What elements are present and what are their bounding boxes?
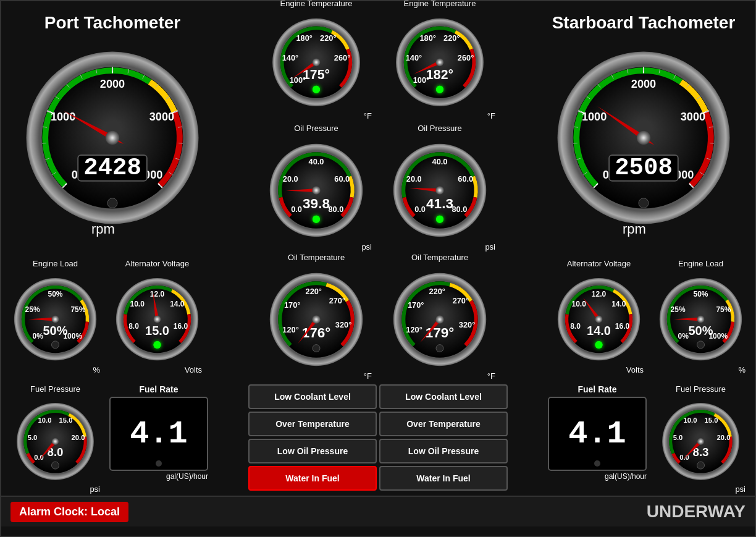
alert-grid-container: Low Coolant Level Low Coolant Level Over… <box>248 384 508 491</box>
dashboard: Port Tachometer rpm Engine Temperature °… <box>0 0 756 537</box>
alarm-badge: Alarm Clock: Local <box>10 502 128 522</box>
port-fuel-rate-wrapper: Fuel Rate 4.1 gal(US)/hour <box>109 384 208 481</box>
starboard-engine-temp-label: Engine Temperature <box>404 0 476 8</box>
starboard-alt-voltage-wrapper: Alternator Voltage Volts <box>551 259 647 374</box>
port-fuel-pressure-gauge <box>7 395 103 484</box>
starboard-tach-title: Starboard Tachometer <box>552 13 736 33</box>
starboard-oil-pressure-unit: psi <box>485 242 498 252</box>
starboard-fuel-rate-wrapper: Fuel Rate 4.1 gal(US)/hour <box>548 384 647 481</box>
port-oil-temp-label: Oil Temperature <box>288 253 345 262</box>
alert-grid: Low Coolant Level Low Coolant Level Over… <box>248 384 508 491</box>
starboard-water-fuel-btn[interactable]: Water In Fuel <box>379 466 508 491</box>
starboard-alt-voltage-gauge <box>551 269 647 365</box>
port-alt-voltage-wrapper: Alternator Voltage Volts <box>109 259 205 374</box>
port-low-oil-btn[interactable]: Low Oil Pressure <box>248 439 377 463</box>
starboard-rpm-unit: rpm <box>623 221 665 237</box>
top-row: Port Tachometer rpm Engine Temperature °… <box>1 1 755 248</box>
port-oil-pressure-wrapper: Oil Pressure psi <box>258 124 375 252</box>
port-engine-load-gauge <box>7 269 103 365</box>
port-engine-load-wrapper: Engine Load % <box>7 259 103 374</box>
port-fuel-pressure-label: Fuel Pressure <box>30 384 80 394</box>
mid-left-gauges: Engine Load % Alternator Voltage Volts <box>7 259 205 374</box>
starboard-oil-temp-gauge <box>381 263 498 371</box>
starboard-fuel-rate-label: Fuel Rate <box>578 384 616 394</box>
port-tach-title: Port Tachometer <box>44 13 180 33</box>
port-water-fuel-btn[interactable]: Water In Fuel <box>248 466 377 491</box>
port-fuel-rate-display: 4.1 <box>109 397 208 471</box>
port-engine-load-label: Engine Load <box>33 259 78 268</box>
starboard-fuel-pressure-gauge <box>653 395 749 484</box>
port-engine-temp-unit: °F <box>364 111 375 121</box>
center-top-gauges: Engine Temperature °F Engine Temperature… <box>248 0 508 252</box>
mid-center-gauges: Oil Temperature °F Oil Temperature °F <box>258 253 498 381</box>
port-fuel-rate-value: 4.1 <box>130 416 188 452</box>
starboard-over-temp-btn[interactable]: Over Temperature <box>379 412 508 436</box>
port-tachometer <box>14 36 211 227</box>
starboard-low-oil-btn[interactable]: Low Oil Pressure <box>379 439 508 463</box>
port-alt-voltage-unit: Volts <box>185 365 205 374</box>
starboard-tachometer <box>545 36 742 227</box>
port-engine-load-unit: % <box>93 365 103 374</box>
port-oil-temp-unit: °F <box>364 371 375 381</box>
starboard-fuel-rate-display: 4.1 <box>548 397 647 471</box>
bottom-left: Fuel Pressure psi Fuel Rate 4.1 gal(US)/… <box>7 384 208 494</box>
status-bar: Alarm Clock: Local UNDERWAY <box>1 496 755 526</box>
port-alt-voltage-label: Alternator Voltage <box>125 259 189 268</box>
starboard-alt-voltage-unit: Volts <box>626 365 647 374</box>
bottom-row: Fuel Pressure psi Fuel Rate 4.1 gal(US)/… <box>1 384 755 496</box>
starboard-low-coolant-btn[interactable]: Low Coolant Level <box>379 384 508 409</box>
mid-row: Engine Load % Alternator Voltage Volts O… <box>1 248 755 384</box>
port-oil-pressure-unit: psi <box>361 242 375 252</box>
starboard-oil-temp-wrapper: Oil Temperature °F <box>381 253 498 381</box>
port-fuel-rate-unit: gal(US)/hour <box>166 472 208 481</box>
starboard-oil-temp-label: Oil Temperature <box>411 253 468 262</box>
starboard-fuel-pressure-unit: psi <box>735 484 749 494</box>
starboard-engine-temp-wrapper: Engine Temperature °F <box>381 0 498 121</box>
port-oil-temp-gauge <box>258 263 375 371</box>
port-engine-temp-label: Engine Temperature <box>280 0 353 8</box>
engine-temp-row: Engine Temperature °F Engine Temperature… <box>258 0 498 121</box>
port-oil-pressure-gauge <box>258 134 375 242</box>
port-rpm-unit: rpm <box>91 221 133 237</box>
bottom-right: Fuel Rate 4.1 gal(US)/hour Fuel Pressure… <box>548 384 749 494</box>
underway-label: UNDERWAY <box>647 502 746 522</box>
port-fuel-pressure-wrapper: Fuel Pressure psi <box>7 384 103 494</box>
port-over-temp-btn[interactable]: Over Temperature <box>248 412 377 436</box>
starboard-engine-load-gauge <box>653 269 749 365</box>
starboard-fuel-rate-unit: gal(US)/hour <box>605 472 647 481</box>
port-fuel-rate-label: Fuel Rate <box>139 384 178 394</box>
port-low-coolant-btn[interactable]: Low Coolant Level <box>248 384 377 409</box>
starboard-oil-pressure-label: Oil Pressure <box>418 124 462 133</box>
starboard-engine-load-wrapper: Engine Load % <box>653 259 749 374</box>
starboard-fuel-pressure-wrapper: Fuel Pressure psi <box>653 384 749 494</box>
oil-pressure-row: Oil Pressure psi Oil Pressure psi <box>258 124 498 252</box>
port-oil-temp-wrapper: Oil Temperature °F <box>258 253 375 381</box>
port-oil-pressure-label: Oil Pressure <box>294 124 338 133</box>
port-fuel-pressure-unit: psi <box>90 484 103 494</box>
port-engine-temp-gauge <box>258 9 375 111</box>
starboard-oil-temp-unit: °F <box>487 371 498 381</box>
starboard-engine-load-label: Engine Load <box>678 259 723 268</box>
starboard-oil-pressure-wrapper: Oil Pressure psi <box>381 124 498 252</box>
starboard-fuel-pressure-label: Fuel Pressure <box>676 384 726 394</box>
starboard-engine-temp-unit: °F <box>487 111 498 121</box>
mid-right-gauges: Alternator Voltage Volts Engine Load % <box>551 259 749 374</box>
port-engine-temp-wrapper: Engine Temperature °F <box>258 0 375 121</box>
port-fuel-rate-dot <box>156 460 162 467</box>
starboard-alt-voltage-label: Alternator Voltage <box>567 259 631 268</box>
starboard-engine-temp-gauge <box>381 9 498 111</box>
port-alt-voltage-gauge <box>109 269 205 365</box>
starboard-fuel-rate-value: 4.1 <box>568 416 626 452</box>
starboard-tach-section: Starboard Tachometer rpm <box>539 13 749 237</box>
port-tach-section: Port Tachometer rpm <box>7 13 217 237</box>
starboard-engine-load-unit: % <box>738 365 749 374</box>
starboard-fuel-rate-dot <box>594 460 600 467</box>
starboard-oil-pressure-gauge <box>381 134 498 242</box>
